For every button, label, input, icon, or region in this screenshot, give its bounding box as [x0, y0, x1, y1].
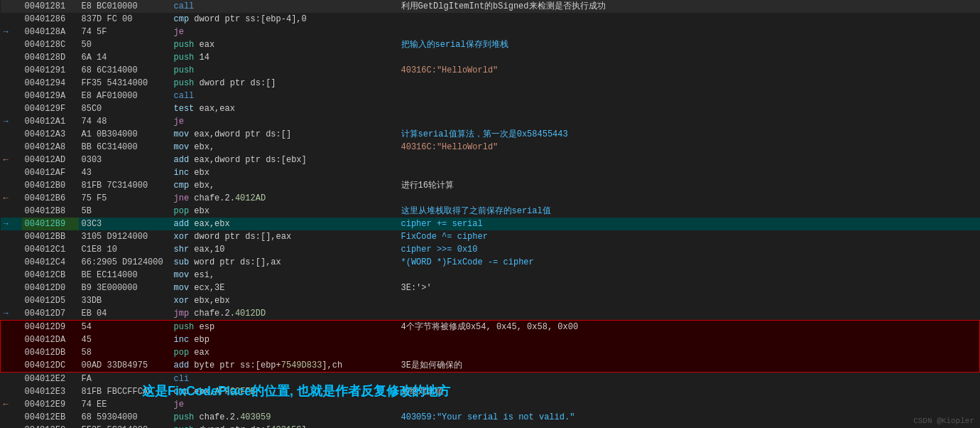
operand: ebx [194, 206, 209, 216]
arrow-indicator [1, 102, 22, 115]
address-cell: 0040129F [22, 102, 79, 115]
bytes-cell: EB 04 [79, 307, 171, 321]
bytes-cell: 03C3 [79, 218, 171, 230]
bytes-cell: 6A 14 [79, 51, 171, 64]
operand: eax [200, 40, 215, 50]
address-cell: 004012F0 [22, 424, 79, 428]
table-row[interactable]: →004012A174 48je [1, 115, 980, 128]
comment-cell: 最终对比值 [398, 385, 980, 398]
table-row[interactable]: ←004012E974 EEje [1, 398, 980, 411]
address-cell: 004012DC [22, 359, 79, 373]
address-cell: 00401281 [22, 0, 79, 13]
bytes-cell: 81FB 7C314000 [79, 179, 171, 192]
mnemonic: xor [174, 296, 190, 306]
instruction-cell: test eax,eax [171, 102, 398, 115]
address-cell: 0040128D [22, 51, 79, 64]
comment-cell: 3E是如何确保的 [398, 359, 980, 373]
table-row[interactable]: 004012EB68 59304000push chafe.2.40305940… [1, 411, 980, 424]
instruction-cell: je [171, 26, 398, 38]
operand: esi, [194, 270, 214, 280]
address-cell: 004012A3 [22, 128, 79, 141]
bytes-cell: BE EC114000 [79, 269, 171, 282]
address-cell: 004012BB [22, 230, 79, 243]
table-row[interactable]: 004012D0B9 3E000000mov ecx,3E3E:'>' [1, 282, 980, 294]
instruction-cell: mov ebx, [171, 141, 398, 154]
table-row[interactable]: 0040129168 6C314000push 40316C:"HelloWor… [1, 64, 980, 77]
table-row[interactable]: 004012DA45inc ebp [1, 333, 980, 346]
bytes-cell: 68 6C314000 [79, 64, 171, 77]
table-row[interactable]: 004012AF43inc ebx [1, 166, 980, 179]
comment-cell: 利用GetDlgItemInt的bSigned来检测是否执行成功 [398, 0, 980, 13]
mnemonic: inc [174, 335, 190, 345]
address-cell: 004012A1 [22, 115, 79, 128]
table-row[interactable]: 0040128C50push eax把输入的serial保存到堆栈 [1, 38, 980, 51]
table-row[interactable]: 004012B85Bpop ebx这里从堆栈取得了之前保存的serial值 [1, 205, 980, 218]
table-row[interactable]: 00401281E8 BC010000call 利用GetDlgItemInt的… [1, 0, 980, 13]
instruction-cell: push esp [171, 321, 398, 334]
bytes-cell: 5B [79, 205, 171, 218]
table-row[interactable]: 004012A3A1 0B304000mov eax,dword ptr ds:… [1, 128, 980, 141]
mnemonic: jmp [174, 309, 190, 319]
table-row[interactable]: 004012D954push esp4个字节将被修成0x54, 0x45, 0x… [1, 321, 980, 334]
comment-cell [398, 90, 980, 102]
table-row[interactable]: 004012DC00AD 33D84975add byte ptr ss:[eb… [1, 359, 980, 373]
table-row[interactable]: ←004012AD0303add eax,dword ptr ds:[ebx] [1, 154, 980, 166]
table-row[interactable]: 0040129F85C0test eax,eax [1, 102, 980, 115]
arrow-indicator: → [1, 218, 22, 230]
arrow-indicator [1, 38, 22, 51]
instruction-cell: push chafe.2.403059 [171, 411, 398, 424]
table-row[interactable]: 004012D533DBxor ebx,ebx [1, 294, 980, 307]
table-row[interactable]: 004012B081FB 7C314000cmp ebx,进行16轮计算 [1, 179, 980, 192]
table-row[interactable]: 004012BB3105 D9124000xor dword ptr ds:[]… [1, 230, 980, 243]
comment-cell [398, 294, 980, 307]
arrow-indicator: ← [1, 398, 22, 411]
table-row[interactable]: 004012CBBE EC114000mov esi, [1, 269, 980, 282]
address-cell: 004012C4 [22, 256, 79, 269]
table-row[interactable]: 004012C1C1E8 10shr eax,10cipher >>= 0x10 [1, 243, 980, 256]
address-cell: 0040129A [22, 90, 79, 102]
mnemonic: push [174, 425, 195, 428]
table-row[interactable]: 004012F0FF35 5C314000push dword ptr ds:[… [1, 424, 980, 428]
instruction-cell: add byte ptr ss:[ebp+7549D833],ch [171, 359, 398, 373]
bytes-cell: 85C0 [79, 102, 171, 115]
instruction-cell: je [171, 115, 398, 128]
table-row[interactable]: 0040129AE8 AF010000call [1, 90, 980, 102]
table-row[interactable]: →0040128A74 5Fje [1, 26, 980, 38]
instruction-cell: call [171, 90, 398, 102]
instruction-cell: inc ebx [171, 166, 398, 179]
arrow-indicator [1, 321, 22, 334]
mnemonic: mov [174, 270, 190, 280]
comment-cell: 把输入的serial保存到堆栈 [398, 38, 980, 51]
instruction-cell: jne chafe.2.4012AD [171, 192, 398, 205]
table-row[interactable]: 00401286837D FC 00cmp dword ptr ss:[ebp-… [1, 13, 980, 26]
table-row[interactable]: 0040128D6A 14push 14 [1, 51, 980, 64]
bytes-cell: 74 48 [79, 115, 171, 128]
table-row[interactable]: →004012D7EB 04jmp chafe.2.4012DD [1, 307, 980, 321]
arrow-indicator [1, 0, 22, 13]
operand: ebx, [194, 181, 214, 191]
table-row[interactable]: 004012A8BB 6C314000mov ebx,40316C:"Hello… [1, 141, 980, 154]
address-cell: 004012E2 [22, 373, 79, 386]
bytes-cell: FF35 54314000 [79, 77, 171, 90]
instruction-cell: mov ecx,3E [171, 282, 398, 294]
table-row[interactable]: →004012B903C3add eax,ebxcipher += serial [1, 218, 980, 230]
bytes-cell: 0303 [79, 154, 171, 166]
mnemonic: add [174, 155, 190, 165]
arrow-indicator [1, 333, 22, 346]
bytes-cell: 75 F5 [79, 192, 171, 205]
instruction-cell: mov esi, [171, 269, 398, 282]
arrow-indicator [1, 166, 22, 179]
table-row[interactable]: 004012C466:2905 D9124000sub word ptr ds:… [1, 256, 980, 269]
arrow-indicator [1, 128, 22, 141]
instruction-cell: add eax,dword ptr ds:[ebx] [171, 154, 398, 166]
address-cell: 004012D7 [22, 307, 79, 321]
address-cell: 004012E9 [22, 398, 79, 411]
table-row[interactable]: 004012DB58pop eax [1, 346, 980, 359]
bytes-cell: 74 5F [79, 26, 171, 38]
address-cell: 00401294 [22, 77, 79, 90]
table-row[interactable]: ←004012B675 F5jne chafe.2.4012AD [1, 192, 980, 205]
instruction-cell: call [171, 0, 398, 13]
mnemonic: push [174, 65, 195, 75]
comment-cell: 这里从堆栈取得了之前保存的serial值 [398, 205, 980, 218]
table-row[interactable]: 00401294FF35 54314000push dword ptr ds:[… [1, 77, 980, 90]
